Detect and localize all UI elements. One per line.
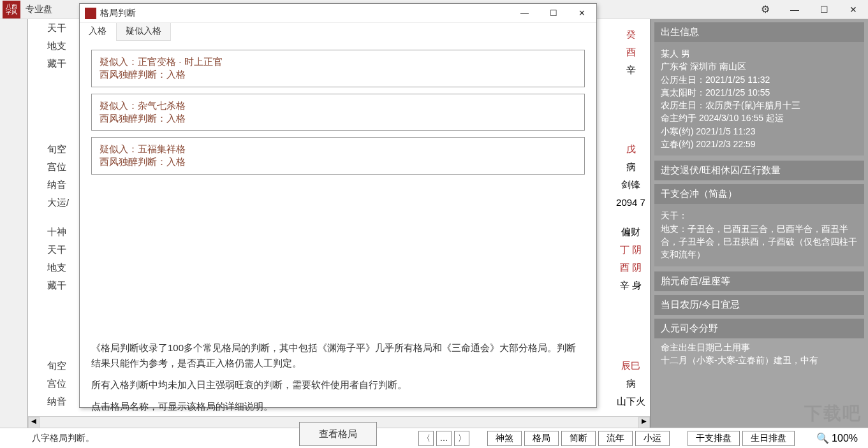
dialog-minimize-button[interactable]: — [510,4,539,23]
dialog-close-button[interactable]: ✕ [568,4,596,23]
dialog-title: 格局判断 [100,8,136,19]
close-button[interactable]: ✕ [839,0,868,19]
dialog-body: 疑似入：正官变格 · 时上正官 西风独醉判断：入格 疑似入：杂气七杀格 西风独醉… [80,41,596,340]
tool-ganzhi-paipan[interactable]: 干支排盘 [688,431,740,446]
tab-ruge[interactable]: 入格 [80,23,116,41]
gear-icon[interactable]: ⚙ [751,0,780,19]
bg-labels-lower1: 旬空 宫位 纳音 大运/ [47,140,69,212]
scroll-right-icon[interactable]: ▶ [638,417,650,428]
app-icon: 八西 字风 [3,1,20,18]
tool-liunian[interactable]: 流年 [598,431,633,446]
dialog-footer-text: 《格局判断收录了100多个常见格局的判断，其中包括《渊海子平》几乎所有格局和《三… [80,340,596,446]
zoom-text: 100% [832,433,858,444]
bg-labels-upper: 天干 地支 藏干 [47,19,66,73]
view-geju-button[interactable]: 查看格局 [299,422,377,446]
dialog-titlebar: 格局判断 — ☐ ✕ [80,4,596,23]
dialog-tabs: 入格 疑似入格 [80,23,596,41]
info-header-siling[interactable]: 人元司令分野 [654,319,864,338]
info-header-wuxing[interactable]: 进交退伏/旺相休囚/五行数量 [654,161,864,180]
info-header-nongli[interactable]: 当日农历/今日宜忌 [654,295,864,315]
bg-labels-lower3: 旬空 宫位 纳音 [47,357,66,410]
tab-yisi-ruge[interactable]: 疑似入格 [116,23,171,41]
dialog-icon [85,8,96,19]
dialog-maximize-button[interactable]: ☐ [539,4,568,23]
info-header-taiyuan[interactable]: 胎元命宫/星座等 [654,271,864,291]
rule-item[interactable]: 疑似入：正官变格 · 时上正官 西风独醉判断：入格 [91,50,585,87]
geju-dialog: 格局判断 — ☐ ✕ 入格 疑似入格 疑似入：正官变格 · 时上正官 西风独醉判… [79,3,597,408]
right-column-mid2: 偏财 丁 阴 酉 阴 辛 身 [612,223,650,294]
left-gutter [0,19,28,428]
zoom-icon[interactable]: 🔍 [816,432,829,444]
maximize-button[interactable]: ☐ [809,0,839,19]
info-header-ganzhi[interactable]: 干支合冲（简盘） [654,184,864,204]
minimize-button[interactable]: — [780,0,809,19]
ganzhi-body: 天干： 地支：子丑合，巳酉丑三合，巳酉半合，酉丑半合，子丑半会，巳丑拱酉，子酉破… [654,204,864,266]
tool-shengri-paipan[interactable]: 生日排盘 [742,431,795,446]
rule-item[interactable]: 疑似入：杂气七杀格 西风独醉判断：入格 [91,94,585,131]
birth-info-body: 某人 男 广东省 深圳市 南山区 公历生日：2021/1/25 11:32 真太… [654,42,864,155]
bg-labels-lower2: 十神 天干 地支 藏干 [47,223,66,294]
rule-item[interactable]: 疑似入：五福集祥格 西风独醉判断：入格 [91,137,585,175]
tool-xiaoyun[interactable]: 小运 [635,431,670,446]
siling-body: 命主出生日期己土用事 十二月（小寒-大寒-立春前）建丑，中有 [654,338,864,372]
right-column-lower: 辰巳 病 山下火 [612,357,650,410]
scroll-left-icon[interactable]: ◀ [28,417,40,428]
info-header-birth[interactable]: 出生信息 [654,22,864,42]
right-column-upper: 癸 酉 辛 [612,25,650,79]
right-column-mid: 戊 病 剑锋 2094 7 [612,140,650,212]
info-panel: 出生信息 某人 男 广东省 深圳市 南山区 公历生日：2021/1/25 11:… [650,19,868,428]
app-title: 专业盘 [26,4,52,15]
